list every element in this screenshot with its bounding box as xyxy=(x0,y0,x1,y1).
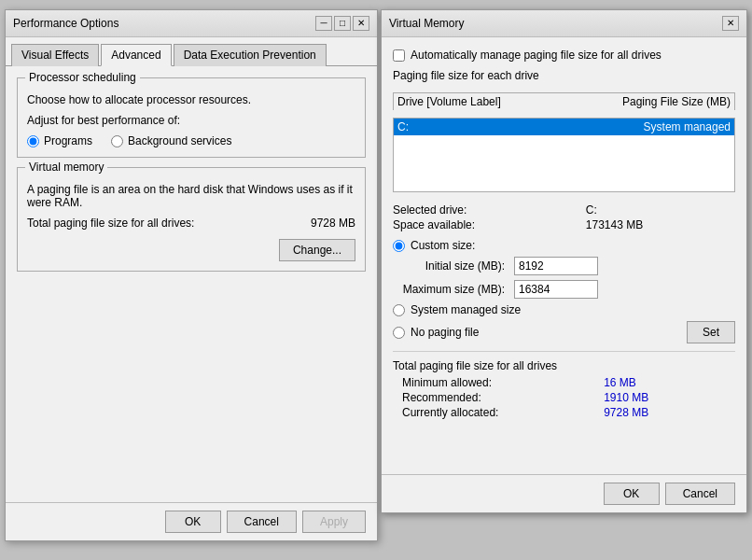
recommended-label: Recommended: xyxy=(402,391,585,404)
currently-allocated-label: Currently allocated: xyxy=(402,406,585,419)
vm-titlebar: Virtual Memory ✕ xyxy=(382,10,746,37)
drive-c-size: System managed xyxy=(644,120,731,133)
perf-bottom-buttons: OK Cancel Apply xyxy=(6,502,377,540)
radio-programs-label: Programs xyxy=(44,134,92,147)
paging-size-col-header: Paging File Size (MB) xyxy=(622,95,731,108)
selected-drive-info: Selected drive: C: Space available: 1731… xyxy=(393,203,735,231)
no-paging-radio[interactable] xyxy=(393,327,405,339)
selected-drive-label: Selected drive: xyxy=(393,203,567,217)
adjust-label: Adjust for best performance of: xyxy=(27,114,355,127)
space-available-value: 173143 MB xyxy=(586,218,735,231)
tab-advanced[interactable]: Advanced xyxy=(101,44,171,66)
vm-titlebar-controls: ✕ xyxy=(722,16,739,31)
recommended-value: 1910 MB xyxy=(604,391,735,404)
vm-ok-button[interactable]: OK xyxy=(604,483,660,505)
performance-radio-group: Programs Background services xyxy=(27,134,355,147)
tabs-bar: Visual Effects Advanced Data Execution P… xyxy=(6,37,377,66)
perf-ok-button[interactable]: OK xyxy=(165,511,221,533)
max-size-label: Maximum size (MB): xyxy=(393,283,505,296)
no-paging-label: No paging file xyxy=(411,326,479,339)
virtual-memory-window: Virtual Memory ✕ Automatically manage pa… xyxy=(381,9,747,513)
change-button[interactable]: Change... xyxy=(279,239,355,261)
tab-visual-effects[interactable]: Visual Effects xyxy=(11,44,99,66)
drive-row-c[interactable]: C: System managed xyxy=(394,119,734,135)
drive-col-header: Drive [Volume Label] xyxy=(397,95,501,108)
perf-titlebar: Performance Options ─ □ ✕ xyxy=(6,10,377,37)
vm-cancel-button[interactable]: Cancel xyxy=(665,483,735,505)
min-allowed-label: Minimum allowed: xyxy=(402,376,585,389)
initial-size-row: Initial size (MB): xyxy=(393,257,735,275)
radio-background-input[interactable] xyxy=(111,135,123,147)
vm-total-label: Total paging file size for all drives: xyxy=(27,217,194,230)
drive-table-header: Drive [Volume Label] Paging File Size (M… xyxy=(393,92,735,110)
virtual-memory-group: Virtual memory A paging file is an area … xyxy=(17,167,366,272)
perf-close-btn[interactable]: ✕ xyxy=(353,16,369,31)
no-paging-radio-label[interactable]: No paging file xyxy=(393,326,479,339)
system-managed-label: System managed size xyxy=(411,303,521,316)
processor-scheduling-title: Processor scheduling xyxy=(25,71,140,84)
vm-total-row: Total paging file size for all drives: 9… xyxy=(27,217,355,230)
perf-cancel-button[interactable]: Cancel xyxy=(227,511,297,533)
drive-table-body[interactable]: C: System managed xyxy=(393,118,735,192)
processor-scheduling-content: Choose how to allocate processor resourc… xyxy=(27,93,355,147)
virtual-memory-content: A paging file is an area on the hard dis… xyxy=(27,183,355,261)
processor-scheduling-group: Processor scheduling Choose how to alloc… xyxy=(17,77,366,158)
total-paging-section: Total paging file size for all drives Mi… xyxy=(393,351,735,419)
vm-close-btn[interactable]: ✕ xyxy=(722,16,739,31)
auto-manage-row: Automatically manage paging file size fo… xyxy=(393,49,735,62)
perf-minimize-btn[interactable]: ─ xyxy=(315,16,332,31)
processor-scheduling-desc: Choose how to allocate processor resourc… xyxy=(27,93,355,106)
totals-grid: Minimum allowed: 16 MB Recommended: 1910… xyxy=(393,376,735,419)
selected-drive-value: C: xyxy=(586,203,735,217)
vm-title: Virtual Memory xyxy=(389,17,464,30)
radio-background[interactable]: Background services xyxy=(111,134,231,147)
custom-size-label: Custom size: xyxy=(411,239,475,252)
max-size-input[interactable] xyxy=(514,280,598,299)
radio-programs[interactable]: Programs xyxy=(27,134,92,147)
tab-dep[interactable]: Data Execution Prevention xyxy=(174,44,327,66)
virtual-memory-title: Virtual memory xyxy=(25,161,107,174)
drive-c-letter: C: xyxy=(397,120,409,133)
radio-background-label: Background services xyxy=(128,134,231,147)
perf-title: Performance Options xyxy=(13,17,118,30)
perf-apply-button[interactable]: Apply xyxy=(302,511,366,533)
custom-size-radio-label[interactable]: Custom size: xyxy=(393,239,735,252)
custom-size-radio[interactable] xyxy=(393,240,405,252)
initial-size-label: Initial size (MB): xyxy=(393,259,505,273)
perf-content: Processor scheduling Choose how to alloc… xyxy=(6,66,377,502)
auto-manage-checkbox[interactable] xyxy=(393,49,405,62)
paging-section-label: Paging file size for each drive xyxy=(393,69,735,82)
perf-titlebar-controls: ─ □ ✕ xyxy=(315,16,369,31)
radio-programs-input[interactable] xyxy=(27,135,39,147)
system-managed-radio-label[interactable]: System managed size xyxy=(393,303,735,316)
vm-description: A paging file is an area on the hard dis… xyxy=(27,183,355,209)
space-available-label: Space available: xyxy=(393,218,567,231)
currently-allocated-value: 9728 MB xyxy=(604,406,735,419)
set-button[interactable]: Set xyxy=(687,321,735,343)
vm-bottom-buttons: OK Cancel xyxy=(382,474,746,512)
performance-options-window: Performance Options ─ □ ✕ Visual Effects… xyxy=(5,9,378,541)
perf-maximize-btn[interactable]: □ xyxy=(334,16,351,31)
size-options: Custom size: Initial size (MB): Maximum … xyxy=(393,239,735,343)
initial-size-input[interactable] xyxy=(514,257,598,275)
vm-content: Automatically manage paging file size fo… xyxy=(382,37,746,474)
min-allowed-value: 16 MB xyxy=(604,376,735,389)
auto-manage-label: Automatically manage paging file size fo… xyxy=(411,49,661,62)
vm-total-value: 9728 MB xyxy=(311,217,355,230)
system-managed-radio[interactable] xyxy=(393,304,405,316)
max-size-row: Maximum size (MB): xyxy=(393,280,735,299)
total-paging-label: Total paging file size for all drives xyxy=(393,359,735,372)
